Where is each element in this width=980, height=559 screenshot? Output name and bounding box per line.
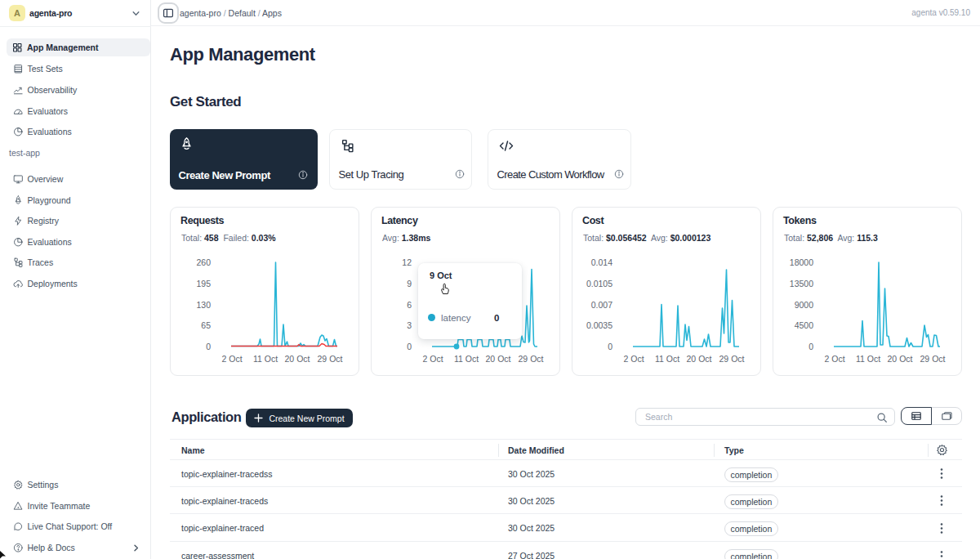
svg-text:130: 130: [196, 300, 211, 310]
svg-text:2 Oct: 2 Oct: [623, 354, 644, 364]
svg-text:2 Oct: 2 Oct: [824, 354, 844, 364]
svg-text:20 Oct: 20 Oct: [285, 354, 310, 364]
svg-text:29 Oct: 29 Oct: [920, 354, 946, 364]
svg-text:20 Oct: 20 Oct: [687, 354, 712, 364]
svg-text:9: 9: [407, 279, 412, 288]
svg-text:65: 65: [201, 320, 211, 330]
svg-text:29 Oct: 29 Oct: [719, 354, 745, 364]
svg-text:0: 0: [407, 342, 412, 351]
svg-text:3: 3: [407, 320, 412, 330]
svg-text:29 Oct: 29 Oct: [519, 354, 544, 364]
svg-text:195: 195: [196, 279, 211, 288]
svg-text:0.014: 0.014: [591, 257, 612, 267]
svg-text:0: 0: [608, 342, 612, 351]
svg-text:12: 12: [402, 257, 412, 267]
svg-text:20 Oct: 20 Oct: [888, 354, 913, 364]
svg-text:0: 0: [206, 342, 211, 351]
svg-text:29 Oct: 29 Oct: [318, 354, 343, 364]
svg-text:18000: 18000: [790, 257, 813, 267]
svg-text:0: 0: [808, 342, 813, 351]
svg-text:0.007: 0.007: [591, 300, 612, 310]
svg-text:2 Oct: 2 Oct: [221, 354, 242, 364]
svg-text:11 Oct: 11 Oct: [253, 354, 278, 364]
svg-text:6: 6: [407, 300, 412, 310]
svg-text:11 Oct: 11 Oct: [454, 354, 479, 364]
svg-text:260: 260: [196, 257, 211, 267]
svg-text:13500: 13500: [790, 279, 813, 288]
svg-text:11 Oct: 11 Oct: [856, 354, 880, 364]
svg-text:9000: 9000: [795, 300, 814, 310]
svg-text:2 Oct: 2 Oct: [422, 354, 443, 364]
svg-text:0.0035: 0.0035: [586, 320, 612, 330]
svg-text:11 Oct: 11 Oct: [655, 354, 679, 364]
svg-text:0.0105: 0.0105: [586, 279, 612, 288]
svg-text:20 Oct: 20 Oct: [486, 354, 511, 364]
svg-text:4500: 4500: [795, 320, 814, 330]
